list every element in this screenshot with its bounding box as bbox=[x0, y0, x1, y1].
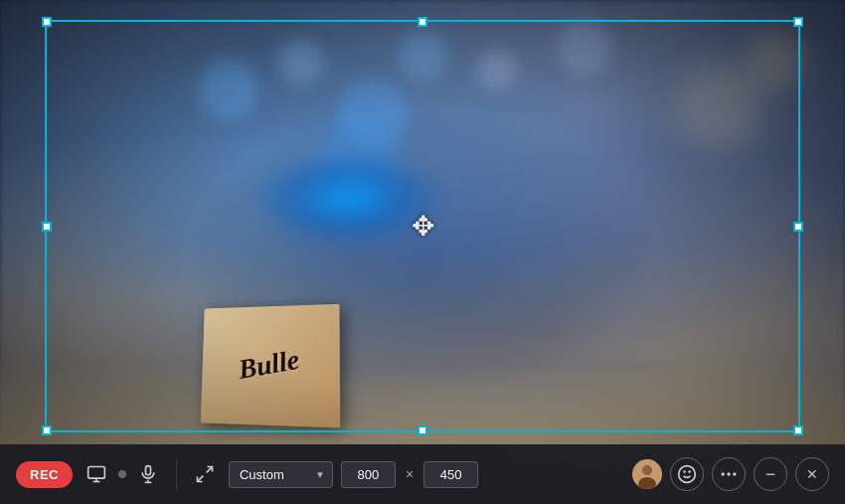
rec-button[interactable]: REC bbox=[16, 461, 73, 488]
bokeh-9 bbox=[746, 30, 805, 89]
expand-button[interactable] bbox=[189, 458, 221, 490]
minus-icon: − bbox=[765, 465, 776, 483]
dimension-separator: × bbox=[406, 466, 414, 482]
svg-point-15 bbox=[727, 472, 730, 475]
bokeh-2 bbox=[278, 40, 323, 84]
svg-point-11 bbox=[679, 466, 696, 483]
screen-icon-button[interactable] bbox=[81, 458, 112, 490]
bokeh-4 bbox=[398, 30, 447, 80]
resolution-dropdown[interactable]: Custom 1920x1080 1280x720 800x600 bbox=[229, 461, 333, 488]
bokeh-7 bbox=[557, 20, 611, 75]
height-input[interactable] bbox=[423, 461, 478, 488]
svg-rect-3 bbox=[145, 466, 150, 475]
bokeh-6 bbox=[477, 50, 517, 89]
blue-light bbox=[249, 149, 447, 249]
svg-point-9 bbox=[642, 465, 652, 475]
mic-icon bbox=[138, 464, 158, 484]
minimize-button[interactable]: − bbox=[754, 457, 787, 491]
close-button[interactable]: ✕ bbox=[795, 457, 829, 491]
main-scene: Bulle ✥ REC bbox=[0, 0, 845, 504]
bokeh-1 bbox=[199, 60, 258, 119]
svg-line-7 bbox=[197, 476, 203, 482]
mic-button[interactable] bbox=[132, 458, 164, 490]
resolution-dropdown-container[interactable]: Custom 1920x1080 1280x720 800x600 ▼ bbox=[229, 461, 333, 488]
book-text: Bulle bbox=[237, 344, 302, 386]
divider-1 bbox=[176, 459, 177, 489]
more-options-icon bbox=[719, 464, 739, 484]
svg-point-16 bbox=[733, 472, 736, 475]
indicator-dot bbox=[118, 470, 126, 478]
width-input[interactable] bbox=[341, 461, 396, 488]
expand-icon bbox=[195, 464, 215, 484]
avatar-image bbox=[632, 459, 662, 489]
emoji-button[interactable] bbox=[670, 457, 704, 491]
avatar[interactable] bbox=[632, 459, 662, 489]
more-options-button[interactable] bbox=[712, 457, 746, 491]
shelf-area bbox=[0, 246, 845, 444]
close-icon: ✕ bbox=[806, 467, 818, 481]
svg-point-14 bbox=[722, 472, 725, 475]
toolbar: REC bbox=[0, 444, 845, 504]
svg-line-6 bbox=[207, 467, 213, 473]
book-object: Bulle bbox=[201, 304, 340, 428]
screen-icon bbox=[86, 464, 106, 484]
emoji-icon bbox=[677, 464, 697, 484]
svg-rect-0 bbox=[88, 467, 105, 479]
